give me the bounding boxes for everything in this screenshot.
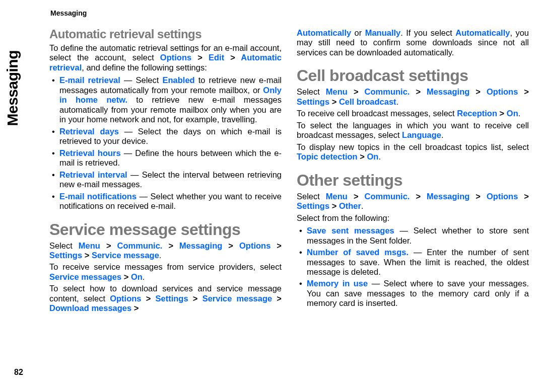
kw-language: Language [402, 130, 441, 139]
gt: > [348, 192, 365, 201]
list-item: Memory in use — Select where to save you… [307, 279, 529, 308]
gt: > [162, 241, 179, 250]
kw-menu: Menu [79, 241, 100, 250]
page-number: 82 [14, 368, 23, 377]
cell-broadcast-path: Select Menu > Communic. > Messaging > Op… [297, 87, 529, 107]
kw-cell-broadcast: Cell broadcast [339, 97, 396, 106]
list-item: E-mail retrieval — Select Enabled to ret… [59, 75, 282, 124]
kw-on: On [131, 272, 143, 281]
text: , and define the following settings: [82, 63, 207, 72]
kw-on: On [507, 109, 518, 118]
service-msg-path: Select Menu > Communic. > Messaging > Op… [49, 241, 282, 261]
list-item: E-mail notifications — Select whether yo… [59, 192, 282, 211]
kw-options: Options [160, 53, 191, 62]
heading-cell-broadcast-settings: Cell broadcast settings [297, 66, 529, 85]
kw-retrieval-days: Retrieval days [59, 127, 119, 136]
gt: > [191, 53, 209, 62]
kw-retrieval-hours: Retrieval hours [59, 148, 121, 158]
content-columns: Automatic retrieval settings To define t… [49, 20, 529, 316]
gt: > [410, 87, 427, 96]
auto-retrieval-list: E-mail retrieval — Select Enabled to ret… [49, 75, 282, 211]
kw-menu: Menu [326, 192, 348, 201]
gt: > [469, 87, 487, 96]
gt: > [131, 303, 139, 312]
kw-download-messages: Download messages [49, 303, 131, 312]
kw-options: Options [487, 192, 518, 201]
gt: > [100, 241, 117, 250]
kw-menu: Menu [326, 87, 348, 96]
cell-broadcast-topic: To display new topics in the cell broadc… [297, 142, 529, 162]
gt: > [329, 201, 339, 210]
gt: > [497, 109, 507, 118]
gt: > [224, 53, 241, 62]
kw-reception: Reception [457, 109, 497, 118]
kw-messaging: Messaging [427, 192, 469, 201]
kw-save-sent-messages: Save sent messages [307, 226, 400, 235]
kw-service-message: Service message [202, 294, 273, 303]
other-select-from: Select from the following: [297, 213, 529, 223]
kw-messaging: Messaging [427, 87, 469, 96]
kw-service-message: Service message [92, 251, 159, 260]
kw-communic: Communic. [365, 192, 410, 201]
text: . [143, 272, 145, 281]
kw-topic-detection: Topic detection [297, 152, 358, 161]
kw-edit: Edit [209, 53, 224, 62]
gt: > [270, 241, 282, 250]
gt: > [410, 192, 427, 201]
kw-options: Options [110, 294, 141, 303]
gt: > [329, 97, 339, 106]
gt: > [121, 272, 131, 281]
running-header: Messaging [50, 9, 529, 17]
heading-automatic-retrieval: Automatic retrieval settings [49, 27, 282, 41]
gt: > [518, 192, 529, 201]
text: . [396, 97, 399, 106]
kw-other: Other [339, 201, 361, 210]
text: To display new topics in the cell broadc… [297, 142, 529, 151]
kw-retrieval-interval: Retrieval interval [59, 170, 127, 179]
cell-broadcast-language: To select the languages in which you wan… [297, 121, 529, 140]
text: . [361, 201, 364, 210]
service-msg-download: To select how to download services and s… [49, 284, 282, 313]
kw-memory-in-use: Memory in use [307, 279, 372, 288]
text: Select [49, 241, 79, 250]
kw-options: Options [239, 241, 270, 250]
kw-settings: Settings [156, 294, 188, 303]
kw-communic: Communic. [365, 87, 410, 96]
kw-enabled: Enabled [162, 75, 194, 85]
heading-service-message-settings: Service message settings [49, 220, 282, 239]
list-item: Retrieval days — Select the days on whic… [59, 127, 282, 146]
text: or [351, 28, 365, 37]
auto-retrieval-intro: To define the automatic retrieval settin… [49, 43, 282, 72]
kw-automatically: Automatically [297, 28, 351, 37]
gt: > [272, 294, 282, 303]
list-item: Retrieval hours — Define the hours betwe… [59, 148, 282, 168]
kw-number-of-saved-msgs: Number of saved msgs. [307, 248, 414, 257]
gt: > [188, 294, 202, 303]
text: . [441, 130, 444, 139]
kw-messaging: Messaging [179, 241, 222, 250]
cell-broadcast-reception: To receive cell broadcast messages, sele… [297, 109, 529, 118]
kw-email-retrieval: E-mail retrieval [59, 75, 120, 85]
gt: > [518, 87, 529, 96]
kw-email-notifications: E-mail notifications [59, 192, 137, 201]
kw-on: On [367, 152, 379, 161]
text: To receive service messages from service… [49, 262, 282, 271]
text: Select [297, 87, 326, 96]
gt: > [82, 251, 92, 260]
side-chapter-label: Messaging [4, 50, 21, 126]
kw-automatically: Automatically [455, 28, 510, 37]
text: . [378, 152, 381, 161]
kw-manually: Manually [365, 28, 401, 37]
kw-settings: Settings [297, 97, 329, 106]
text: Select [297, 192, 326, 201]
kw-communic: Communic. [117, 241, 163, 250]
service-msg-receive: To receive service messages from service… [49, 262, 282, 282]
text: . If you select [400, 28, 455, 37]
manual-page: Messaging Messaging 82 Automatic retriev… [0, 0, 544, 392]
other-settings-path: Select Menu > Communic. > Messaging > Op… [297, 192, 529, 211]
text: — Select [120, 75, 163, 85]
list-item: Number of saved msgs. — Enter the number… [307, 248, 529, 277]
gt: > [469, 192, 487, 201]
list-item: Save sent messages — Select whether to s… [307, 226, 529, 246]
kw-options: Options [487, 87, 518, 96]
